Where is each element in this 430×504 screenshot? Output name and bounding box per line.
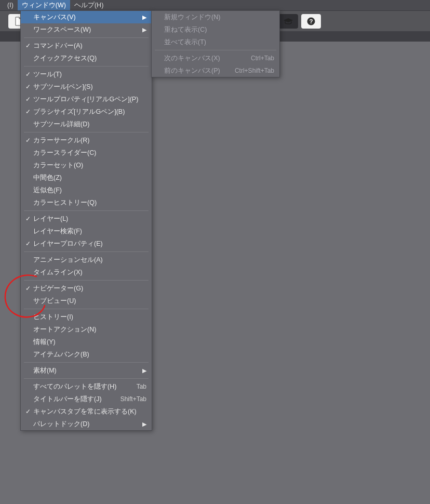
help-icon: ? bbox=[306, 17, 316, 26]
menu-item-label: レイヤー検索(F) bbox=[33, 227, 146, 236]
window-menu-item[interactable]: パレットドック(D)▶ bbox=[21, 418, 152, 430]
toolbar-graduation-icon[interactable] bbox=[278, 14, 298, 29]
menu-item-label: タイムライン(X) bbox=[33, 268, 146, 277]
window-menu-item[interactable]: 情報(Y) bbox=[21, 336, 152, 348]
menu-item-shortcut: Ctrl+Tab bbox=[251, 55, 274, 62]
menu-item-label: キャンバス(V) bbox=[33, 13, 140, 22]
menu-item-label: カラースライダー(C) bbox=[33, 149, 146, 157]
canvas-submenu-item: 前のキャンバス(P)Ctrl+Shift+Tab bbox=[152, 64, 279, 77]
window-menu-item[interactable]: すべてのパレットを隠す(H)Tab bbox=[21, 380, 152, 393]
menu-item-i[interactable]: (I) bbox=[3, 0, 18, 10]
canvas-submenu-dropdown: 新規ウィンドウ(N)重ねて表示(C)並べて表示(T)次のキャンバス(X)Ctrl… bbox=[151, 10, 280, 77]
menu-separator bbox=[24, 378, 149, 379]
menu-item-label: 新規ウィンドウ(N) bbox=[164, 13, 274, 22]
menu-item-label: 重ねて表示(C) bbox=[164, 25, 274, 34]
left-rail bbox=[1, 31, 14, 504]
menu-item-label: ツールプロパティ[リアルGペン](P) bbox=[33, 95, 146, 104]
check-icon: ✓ bbox=[23, 215, 33, 222]
window-menu-item[interactable]: 中間色(Z) bbox=[21, 171, 152, 184]
graduation-cap-icon bbox=[283, 18, 293, 25]
window-menu-item[interactable]: ✓カラーサークル(R) bbox=[21, 134, 152, 147]
menu-separator bbox=[24, 66, 149, 67]
menu-item-label: 情報(Y) bbox=[33, 338, 146, 347]
window-menu-item[interactable]: ✓レイヤープロパティ(E) bbox=[21, 237, 152, 250]
menu-item-window[interactable]: ウィンドウ(W) bbox=[18, 0, 70, 10]
menu-item-label: パレットドック(D) bbox=[33, 420, 140, 429]
check-icon: ✓ bbox=[23, 408, 33, 415]
menu-separator bbox=[24, 132, 149, 132]
canvas-submenu-item: 重ねて表示(C) bbox=[152, 23, 279, 36]
window-menu-item[interactable]: アニメーションセル(A) bbox=[21, 254, 152, 266]
window-menu-item[interactable]: ✓ツールプロパティ[リアルGペン](P) bbox=[21, 93, 152, 105]
menu-item-label: レイヤー(L) bbox=[33, 215, 146, 223]
menu-item-label: キャンバスタブを常に表示する(K) bbox=[33, 407, 146, 416]
menu-item-label: 次のキャンバス(X) bbox=[164, 54, 241, 63]
window-menu-item[interactable]: カラースライダー(C) bbox=[21, 147, 152, 159]
window-menu-item[interactable]: ✓キャンバスタブを常に表示する(K) bbox=[21, 405, 152, 418]
check-icon: ✓ bbox=[23, 83, 33, 90]
window-menu-item[interactable]: ✓サブツール[ペン](S) bbox=[21, 81, 152, 93]
toolbar-help-icon[interactable]: ? bbox=[301, 14, 321, 29]
window-menu-item[interactable]: カラーヒストリー(Q) bbox=[21, 196, 152, 209]
menu-item-label: サブツール詳細(D) bbox=[33, 120, 146, 129]
window-menu-item[interactable]: ✓コマンドバー(A) bbox=[21, 39, 152, 52]
check-icon: ✓ bbox=[23, 42, 33, 49]
window-menu-item[interactable]: ワークスペース(W)▶ bbox=[21, 23, 152, 36]
check-icon: ✓ bbox=[23, 96, 33, 103]
menu-item-label: 近似色(F) bbox=[33, 186, 146, 195]
menu-item-label: カラーサークル(R) bbox=[33, 136, 146, 145]
menu-separator bbox=[24, 309, 149, 309]
menu-item-label: 並べて表示(T) bbox=[164, 38, 274, 47]
window-menu-item[interactable]: クイックアクセス(Q) bbox=[21, 52, 152, 64]
window-menu-item[interactable]: ✓ナビゲーター(G) bbox=[21, 282, 152, 295]
menu-separator bbox=[155, 50, 276, 50]
window-menu-item[interactable]: オートアクション(N) bbox=[21, 323, 152, 336]
chevron-right-icon: ▶ bbox=[140, 14, 146, 21]
menu-item-label: 素材(M) bbox=[33, 366, 140, 375]
menu-item-shortcut: Shift+Tab bbox=[120, 395, 146, 403]
window-menu-item[interactable]: カラーセット(O) bbox=[21, 159, 152, 171]
window-menu-item[interactable]: タイトルバーを隠す(J)Shift+Tab bbox=[21, 393, 152, 405]
window-menu-item[interactable]: サブツール詳細(D) bbox=[21, 118, 152, 130]
chevron-right-icon: ▶ bbox=[140, 421, 146, 428]
window-menu-dropdown: キャンバス(V)▶ワークスペース(W)▶✓コマンドバー(A)クイックアクセス(Q… bbox=[20, 10, 152, 431]
menu-item-shortcut: Ctrl+Shift+Tab bbox=[235, 67, 274, 74]
menu-item-label: ブラシサイズ[リアルGペン](B) bbox=[33, 108, 146, 116]
canvas-submenu-item: 新規ウィンドウ(N) bbox=[152, 11, 279, 23]
window-menu-item[interactable]: 素材(M)▶ bbox=[21, 364, 152, 377]
menu-item-help[interactable]: ヘルプ(H) bbox=[70, 0, 108, 10]
window-menu-item[interactable]: レイヤー検索(F) bbox=[21, 225, 152, 237]
menu-item-label: カラーヒストリー(Q) bbox=[33, 198, 146, 207]
check-icon: ✓ bbox=[23, 137, 33, 144]
window-menu-item[interactable]: キャンバス(V)▶ bbox=[21, 11, 152, 23]
menu-item-label: ナビゲーター(G) bbox=[33, 284, 146, 293]
window-menu-item[interactable]: ✓ブラシサイズ[リアルGペン](B) bbox=[21, 105, 152, 118]
menu-item-label: ツール(T) bbox=[33, 70, 146, 79]
menu-separator bbox=[24, 210, 149, 211]
window-menu-item[interactable]: ヒストリー(I) bbox=[21, 311, 152, 323]
check-icon: ✓ bbox=[23, 108, 33, 115]
menubar: (I) ウィンドウ(W) ヘルプ(H) bbox=[0, 0, 430, 11]
menu-item-shortcut: Tab bbox=[137, 383, 146, 390]
window-menu-item[interactable]: ✓レイヤー(L) bbox=[21, 213, 152, 225]
chevron-right-icon: ▶ bbox=[140, 367, 146, 374]
window-menu-item[interactable]: 近似色(F) bbox=[21, 184, 152, 196]
menu-item-label: タイトルバーを隠す(J) bbox=[33, 395, 111, 404]
window-menu-item[interactable]: サブビュー(U) bbox=[21, 295, 152, 307]
menu-separator bbox=[24, 280, 149, 281]
chevron-right-icon: ▶ bbox=[140, 26, 146, 33]
svg-text:?: ? bbox=[310, 18, 313, 24]
menu-item-label: 前のキャンバス(P) bbox=[164, 67, 225, 75]
menu-separator bbox=[24, 37, 149, 38]
menu-separator bbox=[24, 251, 149, 252]
menu-separator bbox=[24, 362, 149, 363]
menu-item-label: サブビュー(U) bbox=[33, 297, 146, 306]
window-menu-item[interactable]: アイテムバンク(B) bbox=[21, 348, 152, 361]
window-menu-item[interactable]: ✓ツール(T) bbox=[21, 68, 152, 81]
menu-item-label: アニメーションセル(A) bbox=[33, 256, 146, 264]
menu-item-label: カラーセット(O) bbox=[33, 161, 146, 170]
menu-item-label: サブツール[ペン](S) bbox=[33, 83, 146, 91]
window-menu-item[interactable]: タイムライン(X) bbox=[21, 266, 152, 278]
menu-item-label: クイックアクセス(Q) bbox=[33, 54, 146, 63]
menu-item-label: ヒストリー(I) bbox=[33, 313, 146, 322]
